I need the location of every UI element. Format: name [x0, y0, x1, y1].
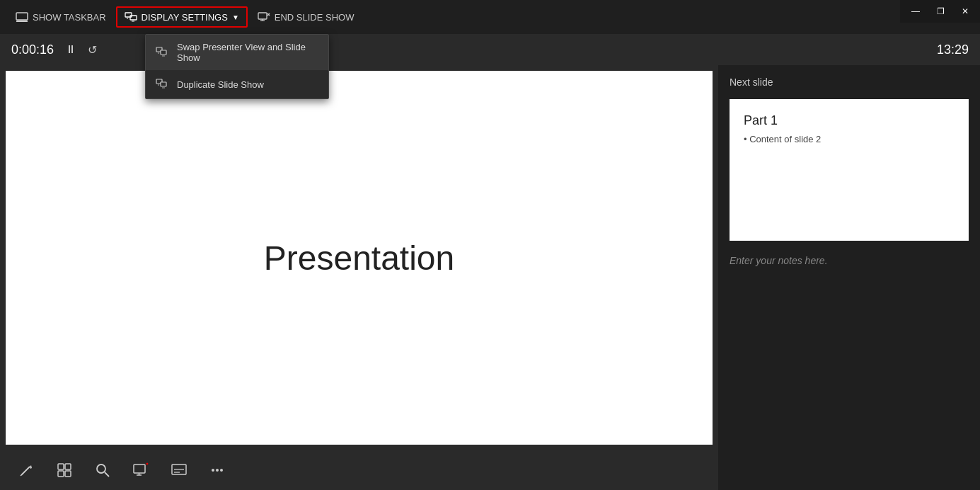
svg-rect-0	[16, 13, 28, 20]
duplicate-slideshow-icon	[156, 77, 170, 91]
next-slide-label: Next slide	[730, 76, 969, 88]
pause-icon: ⏸	[65, 43, 76, 55]
show-taskbar-button[interactable]: SHOW TASKBAR	[8, 6, 113, 28]
display-settings-dropdown: Swap Presenter View and Slide Show Dupli…	[145, 34, 329, 99]
slide-grid-button[interactable]	[52, 458, 76, 482]
reset-icon: ↺	[88, 44, 97, 56]
svg-rect-1	[16, 21, 28, 22]
swap-view-menu-item[interactable]: Swap Presenter View and Slide Show	[146, 35, 328, 70]
swap-view-label: Swap Presenter View and Slide Show	[177, 42, 318, 63]
svg-rect-12	[161, 50, 166, 55]
clock-time: 13:29	[937, 42, 969, 57]
swap-view-icon	[156, 45, 170, 59]
display-settings-icon	[125, 11, 137, 23]
notes-area[interactable]: Enter your notes here.	[730, 255, 969, 266]
svg-rect-23	[65, 464, 71, 469]
svg-line-21	[21, 475, 21, 476]
svg-point-36	[212, 469, 214, 472]
right-panel: Next slide Part 1 • Content of slide 2 E…	[718, 65, 980, 490]
next-slide-preview: Part 1 • Content of slide 2	[730, 99, 969, 241]
svg-rect-16	[161, 82, 166, 86]
close-button[interactable]: ✕	[956, 4, 974, 19]
svg-rect-28	[134, 465, 145, 473]
pause-button[interactable]: ⏸	[62, 42, 79, 57]
svg-point-38	[220, 469, 223, 472]
end-slide-show-label: END SLIDE SHOW	[275, 12, 354, 23]
display-settings-button[interactable]: DISPLAY SETTINGS ▼	[116, 6, 248, 28]
svg-point-26	[97, 465, 105, 473]
elapsed-time: 0:00:16	[11, 42, 54, 57]
next-slide-title: Part 1	[744, 113, 955, 128]
svg-rect-25	[65, 471, 71, 477]
svg-rect-22	[58, 464, 64, 469]
show-taskbar-label: SHOW TASKBAR	[33, 12, 106, 23]
svg-point-37	[216, 469, 219, 472]
more-options-button[interactable]	[205, 458, 229, 482]
bottom-toolbar	[0, 450, 718, 490]
timer-controls: ⏸ ↺	[62, 42, 100, 58]
duplicate-slide-show-menu-item[interactable]: Duplicate Slide Show	[146, 70, 328, 98]
slide-title: Presentation	[264, 239, 455, 278]
end-slide-show-button[interactable]: END SLIDE SHOW	[250, 6, 362, 28]
slide-canvas: Presentation	[6, 71, 713, 445]
display-settings-arrow: ▼	[232, 13, 239, 21]
svg-line-27	[105, 472, 109, 477]
end-slideshow-icon	[258, 11, 270, 23]
minimize-button[interactable]: —	[906, 4, 926, 19]
pen-tool-button[interactable]	[14, 458, 38, 482]
next-slide-content: • Content of slide 2	[744, 134, 955, 144]
display-settings-label: DISPLAY SETTINGS	[142, 12, 228, 23]
reset-timer-button[interactable]: ↺	[85, 42, 100, 58]
main-toolbar: SHOW TASKBAR DISPLAY SETTINGS ▼ END SLID…	[0, 0, 980, 34]
blackout-button[interactable]	[129, 458, 153, 482]
timer-left: 0:00:16 ⏸ ↺	[11, 42, 100, 58]
taskbar-icon	[16, 11, 28, 23]
main-area: Presentation	[0, 65, 980, 490]
svg-line-19	[21, 467, 30, 475]
duplicate-slideshow-label: Duplicate Slide Show	[177, 79, 264, 90]
search-button[interactable]	[91, 458, 115, 482]
maximize-button[interactable]: ❐	[931, 4, 950, 19]
subtitles-button[interactable]	[167, 458, 191, 482]
svg-rect-24	[58, 471, 64, 477]
svg-rect-6	[258, 13, 267, 19]
slide-area: Presentation	[0, 65, 718, 490]
svg-marker-20	[30, 465, 32, 469]
